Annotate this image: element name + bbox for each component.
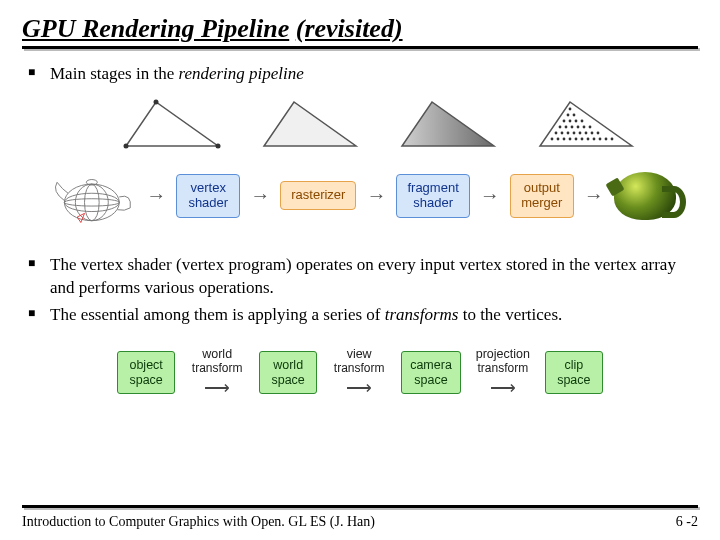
pipeline-vertex-shader: vertex shader (176, 174, 240, 218)
triangle-raster-icon (532, 94, 642, 152)
svg-marker-4 (264, 102, 356, 146)
arrow-icon: → (480, 184, 500, 207)
bullet-1: Main stages in the rendering pipeline (28, 63, 698, 86)
pipeline-output-merger: output merger (510, 174, 574, 218)
triangle-filled-icon (256, 94, 366, 152)
svg-point-3 (154, 99, 159, 104)
svg-point-2 (216, 143, 221, 148)
space-clip: clip space (545, 351, 603, 394)
space-camera: camera space (401, 351, 461, 394)
svg-point-17 (577, 126, 580, 129)
pbox-line: merger (521, 196, 563, 211)
svg-point-36 (599, 138, 602, 141)
pbox-line: shader (407, 196, 458, 211)
triangle-wire-icon (118, 94, 228, 152)
bullet-3-post: to the vertices. (458, 305, 562, 324)
svg-point-22 (567, 132, 570, 135)
svg-point-18 (583, 126, 586, 129)
svg-marker-5 (402, 102, 494, 146)
svg-point-39 (65, 184, 120, 221)
svg-point-20 (555, 132, 558, 135)
svg-point-21 (561, 132, 564, 135)
svg-point-12 (575, 120, 578, 123)
arrow-icon: → (250, 184, 270, 207)
teapot-wire-icon (44, 164, 136, 228)
title-main: GPU Rendering Pipeline (22, 14, 289, 43)
footer-left: Introduction to Computer Graphics with O… (22, 514, 375, 530)
svg-point-13 (581, 120, 584, 123)
clabel-line: transform (465, 361, 541, 375)
cbox-line: space (268, 373, 308, 387)
transform-projection: projectiontransform ⟶ (463, 347, 543, 399)
pipeline-fragment-shader: fragment shader (396, 174, 469, 218)
bullet-3-em: transforms (385, 305, 459, 324)
svg-point-38 (611, 138, 614, 141)
svg-point-9 (573, 114, 576, 117)
bullet-1-em: rendering pipeline (178, 64, 303, 83)
svg-point-30 (563, 138, 566, 141)
svg-point-24 (579, 132, 582, 135)
svg-marker-0 (126, 102, 218, 146)
arrow-icon: → (146, 184, 166, 207)
svg-point-25 (585, 132, 588, 135)
svg-point-41 (65, 199, 120, 206)
clabel-line: transform (321, 361, 397, 375)
space-world: world space (259, 351, 317, 394)
svg-point-1 (124, 143, 129, 148)
svg-point-23 (573, 132, 576, 135)
space-object: object space (117, 351, 175, 394)
clabel-line: view (321, 347, 397, 361)
clabel-line: projection (465, 347, 541, 361)
svg-point-37 (605, 138, 608, 141)
svg-point-11 (569, 120, 572, 123)
svg-point-15 (565, 126, 568, 129)
arrow-icon: → (366, 184, 386, 207)
svg-point-40 (65, 193, 120, 211)
svg-point-10 (563, 120, 566, 123)
svg-point-29 (557, 138, 560, 141)
pipeline-rasterizer: rasterizer (280, 181, 356, 210)
arrow-icon: ⟶ (490, 377, 516, 399)
arrow-icon: → (584, 184, 604, 207)
footer-divider (22, 505, 698, 508)
svg-point-32 (575, 138, 578, 141)
cbox-line: clip (554, 358, 594, 372)
svg-point-33 (581, 138, 584, 141)
clabel-line: world (179, 347, 255, 361)
svg-point-7 (569, 108, 572, 111)
title-divider (22, 46, 698, 49)
svg-point-34 (587, 138, 590, 141)
svg-point-35 (593, 138, 596, 141)
bullet-3-pre: The essential among them is applying a s… (50, 305, 385, 324)
svg-point-43 (85, 184, 100, 221)
pbox-line: vertex (187, 181, 229, 196)
cbox-line: space (126, 373, 166, 387)
cbox-line: space (410, 373, 452, 387)
bullet-2: The vertex shader (vertex program) opera… (28, 254, 698, 300)
svg-point-26 (591, 132, 594, 135)
svg-point-19 (589, 126, 592, 129)
triangle-figures (22, 94, 698, 152)
cbox-line: camera (410, 358, 452, 372)
pbox-line: rasterizer (291, 188, 345, 203)
transform-view: viewtransform ⟶ (319, 347, 399, 399)
cbox-line: object (126, 358, 166, 372)
triangle-shaded-icon (394, 94, 504, 152)
pbox-line: shader (187, 196, 229, 211)
svg-point-31 (569, 138, 572, 141)
bullet-1-pre: Main stages in the (50, 64, 178, 83)
transform-chain: object space worldtransform ⟶ world spac… (22, 347, 698, 399)
bullet-3: The essential among them is applying a s… (28, 304, 698, 327)
svg-marker-6 (540, 102, 632, 146)
arrow-icon: ⟶ (346, 377, 372, 399)
cbox-line: world (268, 358, 308, 372)
svg-point-16 (571, 126, 574, 129)
arrow-icon: ⟶ (204, 377, 230, 399)
page-title: GPU Rendering Pipeline (revisited) (22, 14, 698, 44)
title-paren: (revisited) (296, 14, 403, 43)
pbox-line: fragment (407, 181, 458, 196)
cbox-line: space (554, 373, 594, 387)
footer-page: 6 -2 (676, 514, 698, 530)
pbox-line: output (521, 181, 563, 196)
footer: Introduction to Computer Graphics with O… (0, 505, 720, 530)
